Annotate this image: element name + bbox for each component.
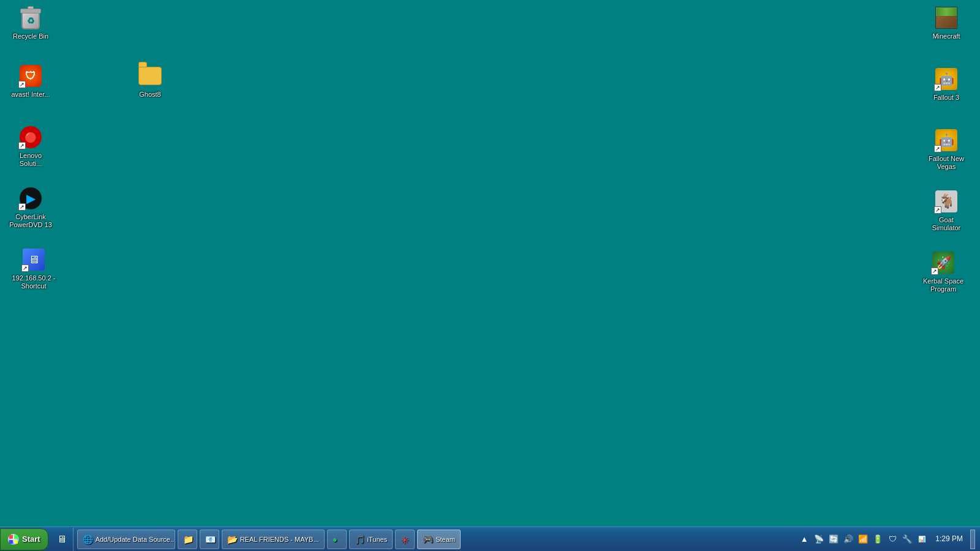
taskbar-item-itunes-label: iTunes bbox=[368, 536, 388, 543]
music-folder-icon: 📂 bbox=[227, 534, 237, 544]
taskbar-item-music[interactable]: 📂 REAL FRIENDS - MAYB... bbox=[222, 530, 325, 549]
ghost8-icon[interactable]: Ghost8 bbox=[126, 61, 175, 101]
recycle-bin-image: ♻ bbox=[18, 6, 43, 30]
goat-simulator-icon[interactable]: 🐐 ↗ Goat Simulator bbox=[922, 187, 971, 234]
taskbar-item-spotify[interactable]: ● bbox=[327, 530, 347, 549]
taskbar: Start 🖥 🌐 Add/Update Data Source... 📁 📧 … bbox=[0, 527, 980, 551]
svg-rect-0 bbox=[9, 535, 13, 539]
taskbar-item-music-label: REAL FRIENDS - MAYB... bbox=[240, 536, 319, 543]
fallout3-label: Fallout 3 bbox=[933, 94, 959, 102]
itunes-icon: 🎵 bbox=[355, 534, 364, 544]
tray-expand-icon[interactable]: ▲ bbox=[798, 533, 810, 545]
taskbar-item-chrome[interactable]: 🌐 Add/Update Data Source... bbox=[77, 530, 175, 549]
taskbar-item-chrome-label: Add/Update Data Source... bbox=[96, 536, 175, 543]
lenovo-label: Lenovo Soluti... bbox=[9, 152, 53, 168]
minecraft-icon[interactable]: Minecraft bbox=[922, 3, 971, 43]
avast-icon[interactable]: 🛡 ↗ avast! Inter... bbox=[6, 61, 55, 101]
svg-rect-1 bbox=[14, 535, 18, 539]
taskbar-item-explorer[interactable]: 📁 bbox=[178, 530, 197, 549]
quick-launch-area: 🖥 bbox=[51, 528, 74, 551]
avast-label: avast! Inter... bbox=[12, 91, 50, 99]
chrome-icon: 🌐 bbox=[83, 534, 92, 544]
system-tray: ▲ 📡 🔄 🔊 📶 🔋 🛡 🔧 📊 1:29 PM bbox=[793, 528, 980, 551]
cyberlink-icon[interactable]: ▶ ↗ CyberLink PowerDVD 13 bbox=[6, 184, 55, 231]
tray-sync-icon[interactable]: 🔄 bbox=[827, 533, 840, 545]
tray-volume-icon[interactable]: 🔊 bbox=[842, 533, 854, 545]
minecraft-label: Minecraft bbox=[932, 32, 960, 40]
falloutnv-image: 🤖 ↗ bbox=[934, 128, 959, 152]
fallout3-image: 🤖 ↗ bbox=[934, 67, 959, 91]
tray-wifi-icon[interactable]: 📶 bbox=[857, 533, 869, 545]
ksp-label: Kerbal Space Program bbox=[918, 277, 968, 293]
clock-time: 1:29 PM bbox=[935, 534, 963, 544]
network-label: 192.168.50.2 - Shortcut bbox=[9, 274, 59, 290]
lenovo-icon[interactable]: 🔴 ↗ Lenovo Soluti... bbox=[6, 122, 55, 170]
svg-rect-3 bbox=[14, 540, 18, 544]
ksp-image: 🚀 ↗ bbox=[931, 250, 956, 275]
start-orb bbox=[8, 534, 19, 545]
tray-security-icon[interactable]: 🛡 bbox=[886, 533, 899, 545]
tray-speaker2-icon[interactable]: 🔧 bbox=[901, 533, 913, 545]
lenovo-image: 🔴 ↗ bbox=[18, 125, 43, 149]
goat-simulator-image: 🐐 ↗ bbox=[934, 189, 959, 214]
taskbar-item-steam-label: Steam bbox=[435, 536, 455, 543]
network-icon[interactable]: 🖥 ↗ 192.168.50.2 - Shortcut bbox=[6, 245, 61, 293]
system-clock[interactable]: 1:29 PM bbox=[930, 534, 968, 544]
recycle-bin-icon[interactable]: ♻ Recycle Bin bbox=[6, 3, 55, 43]
taskbar-items-area: 🌐 Add/Update Data Source... 📁 📧 📂 REAL F… bbox=[74, 530, 794, 549]
falloutnv-icon[interactable]: 🤖 ↗ Fallout New Vegas bbox=[922, 126, 971, 173]
tray-network-icon[interactable]: 📡 bbox=[813, 533, 825, 545]
avast-image: 🛡 ↗ bbox=[18, 64, 43, 88]
network-image: 🖥 ↗ bbox=[21, 247, 46, 272]
recycle-bin-label: Recycle Bin bbox=[13, 32, 48, 40]
spotify-icon: ● bbox=[333, 534, 342, 544]
falloutnv-label: Fallout New Vegas bbox=[924, 155, 968, 171]
windows-logo-icon bbox=[9, 535, 18, 544]
taskbar-item-pinned[interactable]: ✳ bbox=[395, 530, 415, 549]
taskbar-item-outlook[interactable]: 📧 bbox=[200, 530, 219, 549]
ghost8-label: Ghost8 bbox=[139, 91, 160, 99]
show-desktop-icon[interactable]: 🖥 bbox=[55, 532, 69, 547]
cyberlink-label: CyberLink PowerDVD 13 bbox=[9, 213, 53, 229]
desktop: ♻ Recycle Bin 🛡 ↗ avast! Inter... Ghost8… bbox=[0, 0, 980, 527]
pinned-icon: ✳ bbox=[401, 534, 410, 544]
svg-rect-2 bbox=[9, 540, 13, 544]
outlook-icon: 📧 bbox=[205, 534, 215, 544]
explorer-icon: 📁 bbox=[183, 534, 193, 544]
taskbar-item-steam[interactable]: 🎮 Steam bbox=[417, 530, 461, 549]
cyberlink-image: ▶ ↗ bbox=[18, 186, 43, 211]
ksp-icon[interactable]: 🚀 ↗ Kerbal Space Program bbox=[916, 248, 971, 296]
start-label: Start bbox=[22, 534, 40, 544]
ghost8-image bbox=[138, 64, 162, 88]
tray-signal-icon[interactable]: 📊 bbox=[916, 533, 928, 545]
taskbar-item-itunes[interactable]: 🎵 iTunes bbox=[349, 530, 393, 549]
tray-battery-icon[interactable]: 🔋 bbox=[872, 533, 884, 545]
goat-simulator-label: Goat Simulator bbox=[924, 216, 968, 232]
minecraft-image bbox=[934, 6, 959, 30]
steam-icon: 🎮 bbox=[423, 534, 432, 544]
start-button[interactable]: Start bbox=[0, 528, 48, 550]
show-desktop-button[interactable] bbox=[970, 530, 975, 549]
fallout3-icon[interactable]: 🤖 ↗ Fallout 3 bbox=[922, 64, 971, 104]
